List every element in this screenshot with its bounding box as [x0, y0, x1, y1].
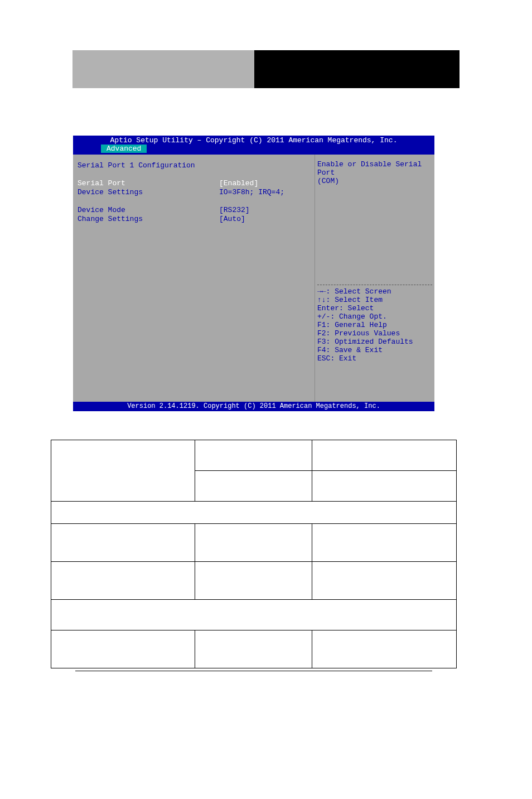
- table-section-row: [51, 600, 457, 630]
- table-cell: [195, 440, 312, 471]
- help-key-change-opt: +/-: Change Opt.: [317, 312, 432, 321]
- table-cell: [195, 471, 312, 502]
- help-divider: [317, 285, 432, 285]
- help-key-enter: Enter: Select: [317, 304, 432, 312]
- table-cell: [312, 471, 457, 502]
- table-cell: [195, 524, 312, 562]
- table-cell: [195, 630, 312, 668]
- device-settings-label: Device Settings: [78, 188, 219, 197]
- device-mode-value: [RS232]: [219, 206, 250, 215]
- table-cell: [312, 440, 457, 471]
- bios-tab-advanced[interactable]: Advanced: [101, 145, 147, 153]
- help-key-select-screen: →←: Select Screen: [317, 287, 432, 296]
- top-header-right: [254, 50, 460, 88]
- top-header-left: [72, 50, 254, 88]
- section-title: Serial Port 1 Configuration: [78, 161, 310, 170]
- bios-help-description: Enable or Disable Serial Port (COM): [317, 160, 432, 282]
- change-settings-value: [Auto]: [219, 215, 245, 224]
- table-section-row: [51, 502, 457, 524]
- options-table: [51, 440, 457, 668]
- top-header-bar: [72, 50, 460, 88]
- bios-body: Serial Port 1 Configuration Serial Port …: [73, 155, 434, 402]
- device-mode-label: Device Mode: [78, 206, 219, 215]
- table-cell: [312, 524, 457, 562]
- help-key-f3: F3: Optimized Defaults: [317, 338, 432, 346]
- table-cell: [51, 524, 195, 562]
- bios-window: Aptio Setup Utility – Copyright (C) 2011…: [73, 136, 434, 411]
- device-settings-row: Device Settings IO=3F8h; IRQ=4;: [78, 188, 310, 197]
- serial-port-value: [Enabled]: [219, 179, 258, 188]
- serial-port-row[interactable]: Serial Port [Enabled]: [78, 179, 310, 188]
- serial-port-label: Serial Port: [78, 179, 219, 188]
- bios-footer: Version 2.14.1219. Copyright (C) 2011 Am…: [73, 402, 434, 411]
- table-cell: [51, 440, 195, 502]
- help-key-f1: F1: General Help: [317, 321, 432, 329]
- change-settings-label: Change Settings: [78, 215, 219, 224]
- bios-help-panel: Enable or Disable Serial Port (COM) →←: …: [315, 155, 434, 402]
- table-cell: [51, 562, 195, 600]
- help-key-f4: F4: Save & Exit: [317, 346, 432, 354]
- bios-title: Aptio Setup Utility – Copyright (C) 2011…: [73, 136, 434, 145]
- device-mode-row[interactable]: Device Mode [RS232]: [78, 206, 310, 215]
- table-cell: [312, 562, 457, 600]
- help-desc-1: Enable or Disable Serial Port: [317, 160, 432, 177]
- device-settings-value: IO=3F8h; IRQ=4;: [219, 188, 284, 197]
- help-key-esc: ESC: Exit: [317, 354, 432, 363]
- table-cell: [51, 630, 195, 668]
- help-key-f2: F2: Previous Values: [317, 329, 432, 338]
- help-key-select-item: ↑↓: Select Item: [317, 296, 432, 304]
- bios-left-panel: Serial Port 1 Configuration Serial Port …: [73, 155, 315, 402]
- bios-title-bar: Aptio Setup Utility – Copyright (C) 2011…: [73, 136, 434, 155]
- change-settings-row[interactable]: Change Settings [Auto]: [78, 215, 310, 224]
- bios-help-keys: →←: Select Screen ↑↓: Select Item Enter:…: [317, 287, 432, 396]
- page-footer-rule: [75, 671, 432, 671]
- table-cell: [312, 630, 457, 668]
- help-desc-2: (COM): [317, 177, 432, 185]
- table-cell: [195, 562, 312, 600]
